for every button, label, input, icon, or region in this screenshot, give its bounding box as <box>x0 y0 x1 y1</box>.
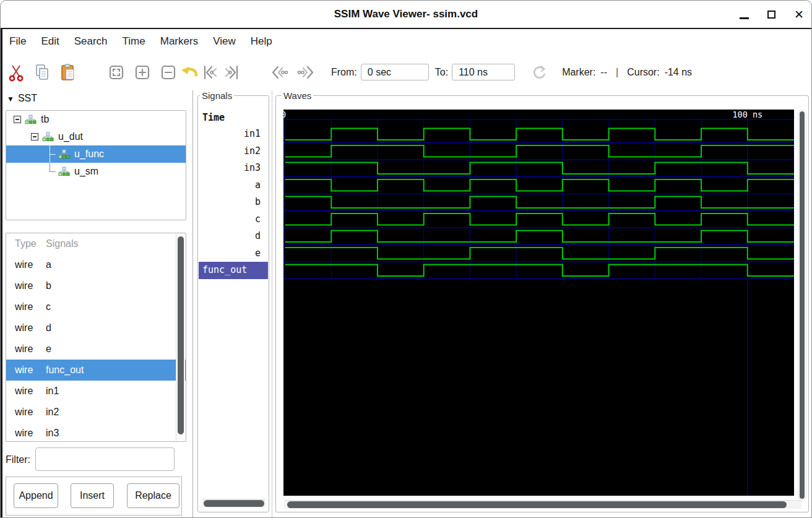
tree-expander-icon[interactable] <box>14 116 21 123</box>
sst-header[interactable]: ▼SST <box>7 93 37 104</box>
svg-text:0: 0 <box>283 110 286 119</box>
titlebar: SSIM Wave Viewer- ssim.vcd ✕ <box>1 1 811 29</box>
window-left-border <box>1 29 2 517</box>
append-button[interactable]: Append <box>14 483 58 508</box>
wave-signal-in2[interactable]: in2 <box>199 143 268 160</box>
wave-signal-in3[interactable]: in3 <box>199 160 268 177</box>
signal-type: wire <box>6 386 46 397</box>
zoom-to-start-icon[interactable] <box>200 61 221 84</box>
signal-row-func_out[interactable]: wire func_out <box>6 360 186 381</box>
reload-icon[interactable] <box>529 61 550 84</box>
to-input[interactable] <box>452 64 515 80</box>
scrollbar-thumb[interactable] <box>178 236 184 434</box>
svg-text:100 ns: 100 ns <box>732 110 762 119</box>
zoom-fit-icon[interactable] <box>106 61 127 84</box>
wave-signal-b[interactable]: b <box>199 194 268 211</box>
menu-help[interactable]: Help <box>251 35 272 48</box>
signal-table: Type Signalswire awire bwire cwire dwire… <box>6 233 186 442</box>
maximize-icon[interactable] <box>767 11 775 19</box>
signal-name-list: Timein1in2in3abcdefunc_out <box>199 110 268 496</box>
marker-label: Marker: <box>562 67 595 78</box>
tree-node-label: tb <box>41 114 49 125</box>
waves-hscrollbar[interactable] <box>284 500 801 509</box>
tree-node-u_func[interactable]: u_func <box>6 145 186 163</box>
from-label: From: <box>331 67 357 78</box>
signal-row-d[interactable]: wire d <box>6 317 186 339</box>
signal-row-in3[interactable]: wire in3 <box>6 423 186 442</box>
module-hierarchy-icon <box>25 114 37 124</box>
zoom-to-end-icon[interactable] <box>221 61 242 84</box>
signal-row-in2[interactable]: wire in2 <box>6 402 186 423</box>
scrollbar-thumb[interactable] <box>800 111 805 499</box>
menu-view[interactable]: View <box>213 35 236 48</box>
marker-cursor-status: Marker: -- | Cursor: -14 ns <box>562 67 692 78</box>
tree-expander-icon[interactable] <box>31 133 38 140</box>
minimize-icon[interactable] <box>740 17 749 19</box>
close-icon[interactable]: ✕ <box>794 9 804 20</box>
shift-left-icon[interactable] <box>269 61 290 84</box>
tree-node-label: u_dut <box>58 131 83 142</box>
paste-icon[interactable] <box>58 61 79 84</box>
tree-node-u_sm[interactable]: u_sm <box>6 163 186 180</box>
status-separator: | <box>616 67 618 78</box>
signal-type: wire <box>6 322 46 334</box>
waves-vscrollbar[interactable] <box>798 110 806 501</box>
pane-divider[interactable] <box>272 90 272 517</box>
wave-signal-a[interactable]: a <box>199 177 268 194</box>
zoom-in-icon[interactable] <box>132 61 153 84</box>
zoom-out-icon[interactable] <box>158 61 179 84</box>
signal-type: wire <box>6 301 46 313</box>
filter-input[interactable] <box>35 447 175 471</box>
sst-header-label: SST <box>18 93 37 103</box>
pane-divider[interactable] <box>192 90 193 517</box>
filter-label: Filter: <box>6 454 30 465</box>
tree-node-tb[interactable]: tb <box>6 111 186 128</box>
marker-value: -- <box>600 67 607 78</box>
signal-type: wire <box>6 259 46 270</box>
zoom-undo-icon[interactable] <box>179 61 200 84</box>
signal-row-a[interactable]: wire a <box>6 254 186 275</box>
signal-table-header: Type Signals <box>6 233 186 254</box>
menu-search[interactable]: Search <box>74 35 108 48</box>
module-hierarchy-icon <box>42 132 54 142</box>
wave-signal-e[interactable]: e <box>199 245 268 262</box>
scrollbar-thumb[interactable] <box>287 501 787 508</box>
wave-signal-c[interactable]: c <box>199 211 268 228</box>
signal-type: wire <box>6 343 46 355</box>
signal-row-b[interactable]: wire b <box>6 275 186 296</box>
shift-right-icon[interactable] <box>295 61 316 84</box>
cursor-label: Cursor: <box>627 67 659 78</box>
cursor-value: -14 ns <box>665 67 692 78</box>
replace-button[interactable]: Replace <box>127 483 179 508</box>
column-signals[interactable]: Signals <box>46 238 78 249</box>
signal-row-e[interactable]: wire e <box>6 339 186 360</box>
module-hierarchy-icon <box>58 166 70 176</box>
signal-name: in1 <box>46 386 59 397</box>
signal-name: in2 <box>46 407 59 418</box>
wave-signal-func_out[interactable]: func_out <box>199 262 268 279</box>
insert-button[interactable]: Insert <box>71 483 114 508</box>
signal-name: in3 <box>46 428 59 439</box>
menu-file[interactable]: File <box>9 35 26 48</box>
from-input[interactable] <box>361 64 429 80</box>
tree-node-u_dut[interactable]: u_dut <box>6 128 186 145</box>
signal-name: e <box>46 343 51 355</box>
column-type[interactable]: Type <box>6 238 46 249</box>
signal-table-scrollbar[interactable] <box>176 234 185 441</box>
signal-row-c[interactable]: wire c <box>6 296 186 317</box>
wave-signal-d[interactable]: d <box>199 228 268 245</box>
menu-markers[interactable]: Markers <box>160 35 198 48</box>
signal-type: wire <box>6 365 46 376</box>
cut-icon[interactable] <box>6 61 27 84</box>
signal-row-in1[interactable]: wire in1 <box>6 381 186 402</box>
waveform-canvas[interactable]: 0100 ns <box>283 110 794 496</box>
menu-time[interactable]: Time <box>123 35 145 48</box>
signal-type: wire <box>6 428 46 439</box>
menubar: FileEditSearchTimeMarkersViewHelp <box>1 29 811 54</box>
toolbar: From: To: Marker: -- | Cursor: -14 ns <box>1 54 811 90</box>
menu-edit[interactable]: Edit <box>41 35 59 48</box>
scrollbar-thumb[interactable] <box>204 500 264 507</box>
signals-hscrollbar[interactable] <box>202 499 266 507</box>
copy-icon[interactable] <box>32 61 53 84</box>
wave-signal-in1[interactable]: in1 <box>199 126 268 143</box>
